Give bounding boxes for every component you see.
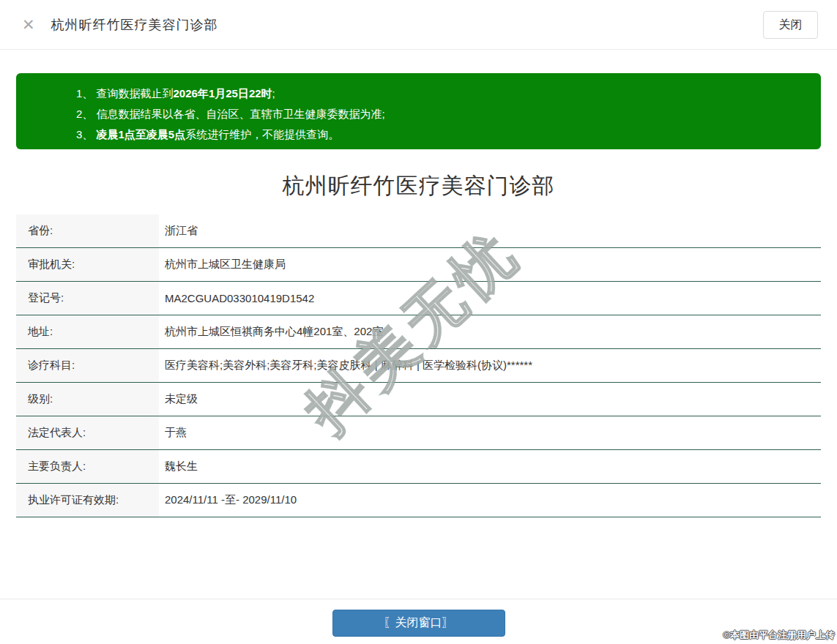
close-window-button[interactable]: 〖关闭窗口〗: [332, 610, 505, 637]
row-value: 杭州市上城区恒祺商务中心4幢201室、202室: [159, 315, 821, 348]
table-row-medical-subjects: 诊疗科目: 医疗美容科;美容外科;美容牙科;美容皮肤科 | 麻醉科 | 医学检验…: [16, 349, 821, 383]
row-value: 魏长生: [159, 450, 821, 483]
row-value: 2024/11/11 -至- 2029/11/10: [159, 484, 821, 517]
row-label: 主要负责人:: [16, 450, 159, 483]
row-label: 执业许可证有效期:: [16, 484, 159, 517]
notice-line-2-prefix: 2、 信息数据结果以各省、自治区、直辖市卫生健康委数据为准;: [76, 108, 385, 120]
row-label: 登记号:: [16, 282, 159, 315]
notice-line-2: 2、 信息数据结果以各省、自治区、直辖市卫生健康委数据为准;: [76, 104, 806, 124]
header-title: 杭州昕纤竹医疗美容门诊部: [51, 16, 218, 34]
row-value: 未定级: [159, 383, 821, 416]
notice-line-1-suffix: ;: [272, 87, 275, 100]
row-value: 医疗美容科;美容外科;美容牙科;美容皮肤科 | 麻醉科 | 医学检验科(协议)*…: [159, 349, 821, 382]
notice-line-3-prefix: 3、: [76, 128, 97, 141]
notice-line-1-bold: 2026年1月25日22时: [174, 87, 272, 100]
close-x-icon[interactable]: ✕: [22, 17, 35, 32]
copyright-watermark: ©本图由平台注册用户上传: [723, 629, 835, 642]
page-title: 杭州昕纤竹医疗美容门诊部: [0, 171, 837, 201]
row-label: 审批机关:: [16, 248, 159, 281]
table-row-address: 地址: 杭州市上城区恒祺商务中心4幢201室、202室: [16, 315, 821, 349]
table-row-approval-authority: 审批机关: 杭州市上城区卫生健康局: [16, 248, 821, 282]
row-value: 浙江省: [159, 214, 821, 247]
table-row-license-validity: 执业许可证有效期: 2024/11/11 -至- 2029/11/10: [16, 484, 821, 517]
row-value: 杭州市上城区卫生健康局: [159, 248, 821, 281]
notice-box: 1、 查询数据截止到2026年1月25日22时; 2、 信息数据结果以各省、自治…: [16, 73, 821, 149]
table-row-registration-number: 登记号: MA2CGUAD033010419D1542: [16, 282, 821, 315]
row-label: 级别:: [16, 383, 159, 416]
row-label: 省份:: [16, 214, 159, 247]
notice-line-3: 3、 凌晨1点至凌晨5点系统进行维护，不能提供查询。: [76, 124, 806, 145]
close-button[interactable]: 关闭: [763, 11, 818, 39]
footer-divider: [0, 599, 837, 599]
header-bar: ✕ 杭州昕纤竹医疗美容门诊部 关闭: [0, 0, 837, 50]
notice-line-1: 1、 查询数据截止到2026年1月25日22时;: [76, 83, 806, 104]
row-value: 于燕: [159, 416, 821, 449]
row-label: 法定代表人:: [16, 416, 159, 449]
notice-line-3-bold: 凌晨1点至凌晨5点: [97, 128, 186, 141]
row-label: 地址:: [16, 315, 159, 348]
table-row-level: 级别: 未定级: [16, 383, 821, 416]
table-row-legal-representative: 法定代表人: 于燕: [16, 416, 821, 450]
row-value: MA2CGUAD033010419D1542: [159, 282, 821, 315]
row-label: 诊疗科目:: [16, 349, 159, 382]
notice-line-1-prefix: 1、 查询数据截止到: [76, 87, 174, 100]
info-table: 省份: 浙江省 审批机关: 杭州市上城区卫生健康局 登记号: MA2CGUAD0…: [16, 214, 821, 517]
table-row-main-person-in-charge: 主要负责人: 魏长生: [16, 450, 821, 484]
table-row-province: 省份: 浙江省: [16, 214, 821, 248]
notice-line-3-suffix: 系统进行维护，不能提供查询。: [185, 128, 339, 141]
